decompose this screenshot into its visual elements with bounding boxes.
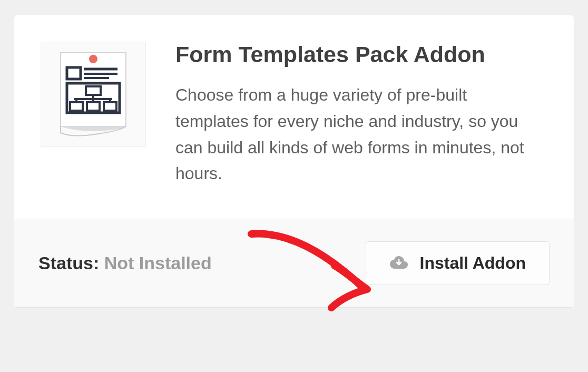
addon-card-body: Form Templates Pack Addon Choose from a …	[14, 15, 574, 219]
install-addon-button[interactable]: Install Addon	[366, 241, 550, 285]
svg-point-1	[89, 55, 97, 63]
status-label: Status:	[38, 253, 99, 273]
addon-title: Form Templates Pack Addon	[175, 42, 542, 67]
svg-rect-0	[61, 53, 126, 126]
addon-text: Form Templates Pack Addon Choose from a …	[175, 42, 542, 187]
cloud-download-icon	[389, 255, 408, 271]
addon-icon	[41, 42, 146, 147]
form-templates-icon	[51, 50, 135, 139]
addon-card: Form Templates Pack Addon Choose from a …	[14, 15, 574, 308]
install-button-label: Install Addon	[420, 253, 526, 273]
addon-card-footer: Status: Not Installed Install Addon	[14, 219, 574, 307]
status-value: Not Installed	[104, 253, 212, 273]
addon-description: Choose from a huge variety of pre-built …	[175, 82, 542, 187]
addon-status: Status: Not Installed	[38, 253, 212, 273]
